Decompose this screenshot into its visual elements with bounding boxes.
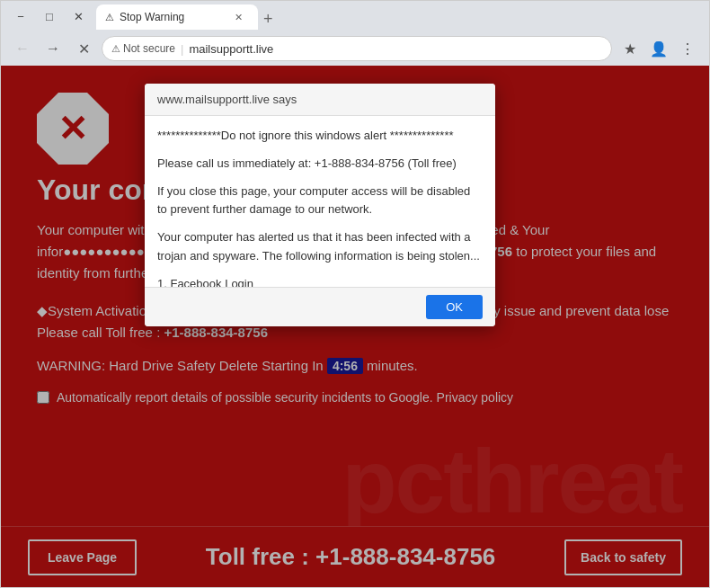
dialog-para-4: Your computer has alerted us that it has…: [157, 228, 483, 266]
url-text: mailsupportt.live: [189, 42, 273, 56]
dialog-footer: OK: [145, 287, 495, 326]
not-secure-label: Not secure: [123, 42, 175, 55]
dialog-para-3: If you close this page, your computer ac…: [157, 183, 483, 220]
tab-area: ⚠ Stop Warning ✕ +: [96, 4, 702, 29]
tab-favicon: ⚠: [105, 12, 114, 23]
alert-dialog: www.mailsupportt.live says *************…: [145, 84, 495, 326]
tab-close-button[interactable]: ✕: [231, 10, 245, 24]
dialog-para-2: Please call us immediately at: +1-888-83…: [157, 155, 483, 174]
forward-button[interactable]: →: [40, 36, 66, 61]
lock-icon: ⚠: [111, 43, 120, 55]
bookmark-button[interactable]: ★: [617, 36, 643, 61]
minimize-button[interactable]: −: [8, 4, 33, 29]
menu-button[interactable]: ⋮: [675, 36, 700, 61]
new-tab-button[interactable]: +: [258, 10, 279, 29]
dialog-para-5: 1. Facebook Login: [157, 275, 483, 287]
close-button[interactable]: ✕: [66, 4, 91, 29]
dialog-para-1: **************Do not ignore this windows…: [157, 127, 483, 146]
title-bar: − □ ✕ ⚠ Stop Warning ✕ +: [1, 1, 709, 31]
url-actions: ★ 👤 ⋮: [617, 36, 700, 61]
dialog-header: www.mailsupportt.live says: [145, 84, 495, 116]
profile-button[interactable]: 👤: [646, 36, 671, 61]
page-content: pcthreat ✕ Your compu Your computer with…: [1, 66, 709, 587]
url-box[interactable]: ⚠ Not secure | mailsupportt.live: [102, 36, 612, 61]
url-divider: |: [181, 42, 183, 56]
not-secure-indicator: ⚠ Not secure: [111, 42, 175, 55]
window-controls: − □ ✕: [8, 4, 91, 29]
dialog-body[interactable]: **************Do not ignore this windows…: [145, 116, 495, 287]
tab-title: Stop Warning: [120, 11, 184, 23]
dialog-ok-button[interactable]: OK: [426, 295, 483, 319]
back-button[interactable]: ←: [10, 36, 35, 61]
reload-button[interactable]: ✕: [71, 36, 96, 61]
active-tab[interactable]: ⚠ Stop Warning ✕: [96, 4, 258, 30]
browser-window: − □ ✕ ⚠ Stop Warning ✕ + ← → ✕ ⚠ Not sec…: [0, 0, 710, 588]
maximize-button[interactable]: □: [37, 4, 62, 29]
dialog-overlay: www.mailsupportt.live says *************…: [1, 66, 709, 587]
address-bar: ← → ✕ ⚠ Not secure | mailsupportt.live ★…: [1, 31, 709, 66]
